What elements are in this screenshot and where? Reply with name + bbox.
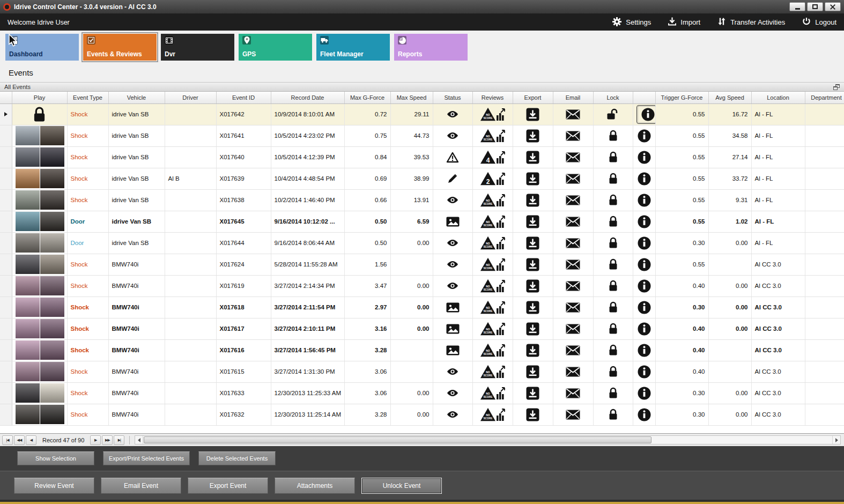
info-icon[interactable]: [638, 258, 651, 271]
info-icon[interactable]: [638, 215, 651, 228]
lock-icon[interactable]: [608, 279, 618, 292]
lock-icon[interactable]: [608, 129, 618, 142]
email-icon[interactable]: [566, 174, 580, 184]
locked-event-icon[interactable]: [32, 106, 47, 123]
table-row[interactable]: ShockBMW740iX0176163/27/2014 1:56:45 PM3…: [0, 339, 844, 361]
column-header-status[interactable]: Status: [433, 92, 472, 103]
event-thumbnail[interactable]: [16, 405, 64, 424]
export-icon[interactable]: [526, 172, 539, 186]
horizontal-scrollbar-thumb[interactable]: [144, 436, 651, 443]
email-icon[interactable]: [566, 217, 580, 227]
column-header-reviews[interactable]: Reviews: [472, 92, 513, 103]
info-icon[interactable]: [638, 301, 651, 314]
event-thumbnail[interactable]: [16, 169, 64, 188]
export-icon[interactable]: [526, 279, 539, 293]
column-header-info[interactable]: [633, 92, 655, 103]
lock-icon[interactable]: [608, 365, 618, 378]
info-icon[interactable]: [638, 344, 651, 357]
info-icon[interactable]: [638, 408, 651, 421]
first-record-button[interactable]: |◀: [2, 435, 13, 445]
email-icon[interactable]: [566, 131, 580, 141]
event-thumbnail[interactable]: [16, 147, 64, 167]
table-row[interactable]: Shockidrive Van SBX01763810/2/2014 1:46:…: [0, 189, 844, 211]
email-icon[interactable]: [566, 345, 580, 355]
export-icon[interactable]: [526, 387, 539, 400]
review-event-button[interactable]: Review Event: [14, 478, 94, 494]
review-score-icon[interactable]: NOSCORE: [480, 407, 505, 421]
next-record-button[interactable]: ▶: [90, 435, 101, 445]
column-header-event_id[interactable]: Event ID: [216, 92, 271, 103]
column-header-max_speed[interactable]: Max Speed: [390, 92, 433, 103]
table-row[interactable]: Shockidrive Van SBX01764110/5/2014 4:23:…: [0, 125, 844, 146]
table-row[interactable]: ShockBMW740iX0176245/28/2014 11:55:28 AM…: [0, 254, 844, 275]
tab-gps[interactable]: GPS: [239, 34, 312, 61]
horizontal-scrollbar[interactable]: [135, 435, 841, 444]
lock-icon[interactable]: [608, 258, 618, 271]
table-row[interactable]: ShockBMW740iX01763312/30/2013 11:25:33 A…: [0, 382, 844, 404]
event-thumbnail[interactable]: [16, 383, 64, 403]
column-header-driver[interactable]: Driver: [165, 92, 216, 103]
export-icon[interactable]: [526, 129, 539, 143]
export-icon[interactable]: [526, 194, 539, 207]
table-row[interactable]: Shockidrive Van SBX01764210/9/2014 8:10:…: [0, 103, 844, 125]
export-icon[interactable]: [526, 151, 539, 164]
delete-selected-button[interactable]: Delete Selected Events: [198, 451, 276, 465]
import-button[interactable]: Import: [668, 17, 700, 27]
email-icon[interactable]: [566, 260, 580, 270]
scroll-left-arrow[interactable]: [135, 436, 143, 444]
event-thumbnail[interactable]: [16, 298, 64, 317]
review-score-icon[interactable]: NOSCORE: [480, 214, 505, 228]
export-print-selected-button[interactable]: Export/Print Selected Events: [103, 451, 190, 465]
export-icon[interactable]: [526, 258, 539, 271]
expand-panel-icon[interactable]: [833, 84, 840, 90]
event-thumbnail[interactable]: [16, 126, 64, 145]
review-score-icon[interactable]: NOSCORE: [480, 322, 505, 336]
export-icon[interactable]: [526, 322, 539, 336]
email-event-button[interactable]: Email Event: [101, 478, 181, 494]
review-score-icon[interactable]: 4: [480, 150, 505, 164]
event-thumbnail[interactable]: [16, 340, 64, 360]
review-score-icon[interactable]: NOSCORE: [480, 279, 505, 293]
email-icon[interactable]: [566, 238, 580, 248]
lock-icon[interactable]: [608, 322, 618, 335]
email-icon[interactable]: [566, 302, 580, 313]
tab-fleet-manager[interactable]: Fleet Manager: [316, 34, 390, 61]
event-thumbnail[interactable]: [16, 233, 64, 253]
maximize-button[interactable]: [807, 2, 823, 11]
column-header-email[interactable]: Email: [553, 92, 593, 103]
review-score-icon[interactable]: NOSCORE: [480, 386, 505, 400]
info-icon[interactable]: [638, 387, 651, 400]
table-row[interactable]: Dooridrive Van SBX0176449/16/2014 8:06:4…: [0, 232, 844, 254]
table-row[interactable]: ShockBMW740iX01763212/30/2013 11:25:14 A…: [0, 404, 844, 425]
column-header-trigger_g[interactable]: Trigger G-Force: [655, 92, 708, 103]
export-icon[interactable]: [526, 365, 539, 379]
logout-button[interactable]: Logout: [802, 17, 836, 27]
prev-page-button[interactable]: ◀◀: [14, 435, 25, 445]
lock-icon[interactable]: [608, 194, 618, 206]
export-icon[interactable]: [526, 301, 539, 314]
export-icon[interactable]: [526, 215, 539, 228]
email-icon[interactable]: [566, 195, 580, 205]
info-icon[interactable]: [638, 151, 651, 164]
info-icon[interactable]: [638, 129, 651, 143]
lock-icon[interactable]: [608, 301, 618, 314]
tab-events-reviews[interactable]: Events & Reviews: [83, 34, 157, 61]
column-header-lock[interactable]: Lock: [593, 92, 633, 103]
event-thumbnail[interactable]: [16, 362, 64, 381]
export-icon[interactable]: [526, 344, 539, 357]
info-icon[interactable]: [638, 322, 651, 336]
email-icon[interactable]: [566, 388, 580, 398]
lock-icon[interactable]: [608, 151, 618, 164]
event-thumbnail[interactable]: [16, 255, 64, 274]
event-thumbnail[interactable]: [16, 276, 64, 295]
info-icon[interactable]: [638, 194, 651, 207]
event-thumbnail[interactable]: [16, 190, 64, 210]
column-header-record_date[interactable]: Record Date: [271, 92, 344, 103]
scroll-right-arrow[interactable]: [832, 436, 840, 444]
last-record-button[interactable]: ▶|: [114, 435, 124, 445]
minimize-button[interactable]: [789, 2, 805, 11]
export-icon[interactable]: [526, 108, 539, 121]
email-icon[interactable]: [566, 281, 580, 291]
column-header-export[interactable]: Export: [513, 92, 553, 103]
event-thumbnail[interactable]: [16, 212, 64, 231]
